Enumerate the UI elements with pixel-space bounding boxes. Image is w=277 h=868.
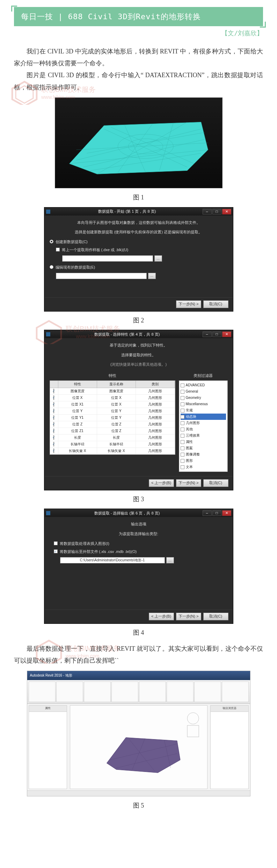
figure-3-caption: 图 3 — [14, 494, 263, 504]
minimize-button[interactable]: – — [203, 510, 212, 516]
cell-property: 图像宽度 — [58, 388, 97, 394]
filter-item[interactable]: 其他 — [181, 426, 226, 432]
row-checkbox[interactable] — [53, 415, 54, 420]
close-button[interactable]: ✕ — [222, 209, 231, 214]
output-label: 为该提取选择输出类型: — [50, 531, 228, 537]
browse-button[interactable]: … — [166, 557, 174, 563]
revit-project-browser[interactable]: 属性 — [29, 705, 67, 789]
title-banner: 每日一技 | 688 Civil 3D到Revit的地形转换 — [14, 7, 263, 26]
row-checkbox[interactable] — [53, 395, 54, 400]
cell-property: 位置 X1 — [58, 401, 97, 408]
checkbox-output-file-label: 将数据输出至外部文件 (.xls .csv .mdb .txt)(O) — [60, 549, 137, 555]
maximize-button[interactable]: □ — [212, 209, 221, 214]
revit-viewport[interactable] — [70, 705, 207, 789]
filter-checkbox[interactable] — [181, 434, 184, 438]
checkbox-insert-table[interactable] — [54, 541, 58, 545]
next-button[interactable]: 下一步(N) > — [176, 613, 201, 620]
output-path-input[interactable]: C:\Users\Administrator\Documents\地形-1 — [60, 557, 165, 563]
filter-checkbox[interactable] — [181, 390, 184, 394]
filter-item[interactable]: 文本 — [181, 464, 226, 470]
filter-checkbox[interactable] — [181, 415, 184, 419]
table-row[interactable]: 长轴半径长轴半径几何图形 — [50, 441, 175, 448]
filter-item[interactable]: 三维效果 — [181, 432, 226, 439]
next-button[interactable]: 下一步(N) > — [176, 300, 201, 308]
maximize-button[interactable]: □ — [212, 331, 221, 337]
cell-property: 位置 Z1 — [58, 428, 97, 434]
filter-checkbox[interactable] — [181, 453, 184, 457]
row-checkbox[interactable] — [53, 442, 54, 446]
close-button[interactable]: ✕ — [222, 510, 231, 516]
row-checkbox[interactable] — [53, 448, 54, 453]
cell-property: 长轴半径 — [58, 441, 97, 447]
filter-item[interactable]: 常规 — [181, 407, 226, 414]
filter-item[interactable]: 几何图形 — [181, 420, 226, 426]
filter-label: 图像调整 — [186, 452, 200, 457]
radio-edit-existing-label: 编辑现有的数据提取(E) — [56, 264, 95, 271]
row-checkbox[interactable] — [53, 389, 54, 393]
filter-item[interactable]: 属性 — [181, 439, 226, 445]
filter-item[interactable]: Miscellaneous — [181, 401, 226, 407]
checkbox-output-file[interactable] — [54, 549, 58, 553]
browse-button[interactable]: … — [154, 255, 162, 262]
table-row[interactable]: 长轴矢量 X长轴矢量 X几何图形 — [50, 448, 175, 454]
cell-display: 长轴半径 — [97, 441, 136, 447]
category-filter-list: ADVANCEDGeneralGeometryMiscellaneous常规动态… — [179, 380, 228, 472]
filter-checkbox[interactable] — [181, 428, 184, 431]
filter-checkbox[interactable] — [181, 459, 184, 463]
filter-checkbox[interactable] — [181, 402, 184, 406]
filter-item[interactable]: ADVANCED — [181, 382, 226, 388]
table-row[interactable]: 位置 X位置 X几何图形 — [50, 395, 175, 401]
filter-checkbox[interactable] — [181, 409, 184, 413]
dialog-intro: 本向导用于从图形中提取对象数据，这些数据可输出到表格或外部文件。 — [50, 220, 228, 226]
row-checkbox[interactable] — [53, 422, 54, 426]
table-row[interactable]: 位置 Y1位置 Y几何图形 — [50, 415, 175, 421]
cancel-button[interactable]: 取消(C) — [203, 479, 228, 487]
template-path-input[interactable] — [62, 255, 153, 262]
cell-category: 几何图形 — [136, 408, 175, 414]
table-row[interactable]: 图像宽度图像宽度几何图形 — [50, 388, 175, 395]
prev-button[interactable]: < 上一步(B) — [149, 479, 174, 487]
cell-display: 图像宽度 — [97, 388, 136, 394]
close-button[interactable]: ✕ — [222, 331, 231, 337]
cell-category: 几何图形 — [136, 395, 175, 401]
next-button[interactable]: 下一步(N) > — [176, 479, 201, 487]
minimize-button[interactable]: – — [203, 331, 212, 337]
existing-path-input[interactable] — [56, 273, 147, 279]
filter-checkbox[interactable] — [181, 421, 184, 425]
checkbox-use-template[interactable] — [56, 248, 60, 251]
cancel-button[interactable]: 取消(C) — [203, 613, 228, 620]
radio-create-new[interactable] — [50, 240, 53, 243]
table-row[interactable]: 长度长度几何图形 — [50, 435, 175, 441]
row-checkbox[interactable] — [53, 435, 54, 440]
filter-item[interactable]: General — [181, 388, 226, 395]
revit-properties-panel[interactable]: 项目浏览器 — [210, 705, 249, 789]
cancel-button[interactable]: 取消(C) — [203, 300, 228, 308]
col-display[interactable]: 显示名称 — [97, 381, 136, 388]
filter-checkbox[interactable] — [181, 465, 184, 469]
filter-checkbox[interactable] — [181, 446, 184, 450]
filter-item[interactable]: Geometry — [181, 395, 226, 401]
filter-item[interactable]: 图案 — [181, 445, 226, 451]
col-category[interactable]: 类别 — [136, 381, 175, 388]
table-row[interactable]: 位置 Z位置 Z几何图形 — [50, 421, 175, 428]
filter-checkbox[interactable] — [181, 384, 184, 387]
table-row[interactable]: 位置 Y位置 Y几何图形 — [50, 408, 175, 415]
table-row[interactable]: 位置 Z1位置 Z几何图形 — [50, 428, 175, 435]
prev-button[interactable]: < 上一步(B) — [149, 613, 174, 620]
radio-edit-existing[interactable] — [50, 265, 53, 269]
maximize-button[interactable]: □ — [212, 510, 221, 516]
minimize-button[interactable]: – — [203, 209, 212, 214]
filter-item[interactable]: 图像调整 — [181, 451, 226, 458]
filter-checkbox[interactable] — [181, 396, 184, 400]
row-checkbox[interactable] — [53, 402, 54, 407]
filter-checkbox[interactable] — [181, 440, 184, 444]
figure-1-civil3d-viewport — [55, 97, 223, 188]
filter-item[interactable]: 动态块 — [181, 414, 226, 420]
browse-button-2[interactable]: … — [148, 273, 156, 279]
row-checkbox[interactable] — [53, 429, 54, 433]
cell-display: 位置 X — [97, 401, 136, 408]
col-property[interactable]: 特性 — [58, 381, 97, 388]
table-row[interactable]: 位置 X1位置 X几何图形 — [50, 401, 175, 408]
filter-item[interactable]: 图形 — [181, 458, 226, 464]
row-checkbox[interactable] — [53, 409, 54, 413]
